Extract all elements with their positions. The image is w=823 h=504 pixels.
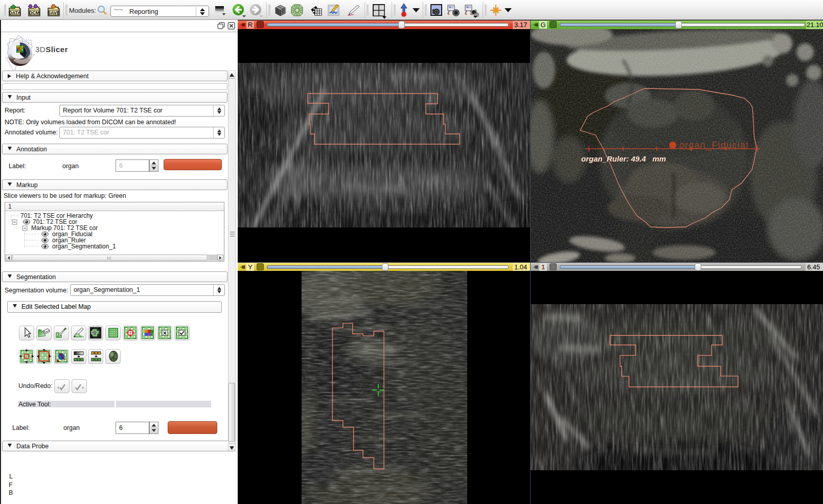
svg-text:SAVE: SAVE [48, 10, 60, 15]
svg-text:DATA: DATA [9, 10, 21, 15]
svg-text:DCM: DCM [29, 10, 40, 15]
svg-text:organ_Ruler: 49.4 mm: organ_Ruler: 49.4 mm [581, 154, 666, 163]
svg-text:organ_Fiducial: organ_Fiducial [679, 140, 749, 151]
svg-text:organ_Segmentation_1: organ_Segmentation_1 [52, 243, 116, 250]
